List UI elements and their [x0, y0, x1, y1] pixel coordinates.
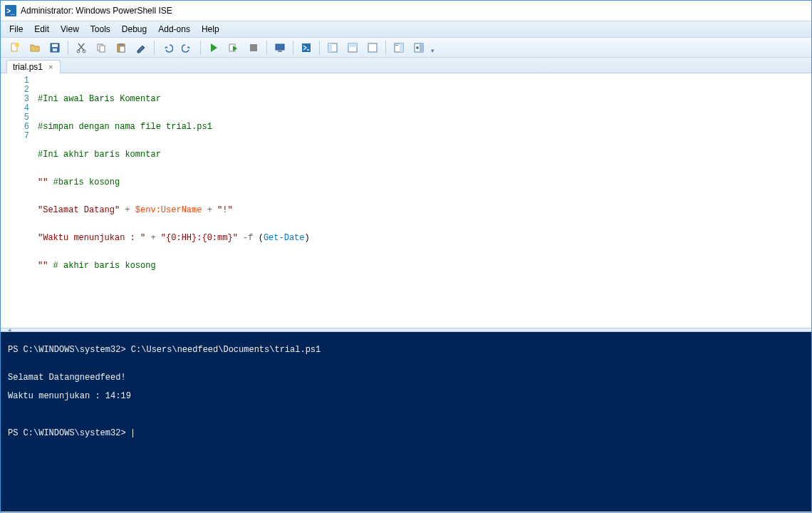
line-number-gutter: 1 2 3 4 5 6 7 [1, 73, 35, 328]
layout-single-button[interactable] [363, 39, 382, 56]
run-selection-icon [228, 42, 239, 53]
paste-button[interactable] [111, 39, 131, 56]
menu-edit[interactable]: Edit [28, 22, 55, 36]
svg-rect-3 [52, 44, 58, 47]
code-token-operator: + [145, 233, 161, 243]
new-file-icon [9, 42, 21, 53]
svg-rect-10 [119, 43, 123, 46]
code-token-operator: -f [238, 233, 259, 243]
cut-icon [76, 42, 87, 53]
toolbar: ▾ [1, 38, 811, 58]
svg-rect-4 [53, 48, 57, 51]
menu-file[interactable]: File [4, 22, 28, 36]
svg-point-1 [15, 43, 19, 47]
svg-rect-20 [348, 43, 357, 47]
stop-button[interactable] [244, 39, 264, 56]
layout-single-icon [367, 42, 378, 53]
new-file-button[interactable] [5, 39, 25, 56]
open-button[interactable] [25, 39, 45, 56]
paste-icon [115, 42, 127, 53]
layout-side-icon [327, 42, 338, 53]
cut-button[interactable] [71, 39, 91, 56]
toolbar-separator [319, 41, 320, 55]
console-pane[interactable]: PS C:\WINDOWS\system32> C:\Users\needfee… [1, 332, 811, 512]
powershell-button[interactable] [296, 39, 316, 56]
code-area[interactable]: #Ini awal Baris Komentar #simpan dengan … [35, 73, 811, 328]
menu-help[interactable]: Help [196, 22, 225, 36]
run-icon [208, 42, 219, 53]
svg-rect-11 [120, 46, 125, 52]
copy-button[interactable] [91, 39, 111, 56]
tab-label: trial.ps1 [13, 62, 43, 72]
code-token-paren: ( [259, 233, 264, 243]
save-button[interactable] [45, 39, 65, 56]
window-title: Administrator: Windows PowerShell ISE [21, 6, 172, 16]
tab-trial[interactable]: trial.ps1 × [6, 60, 61, 73]
line-number: 7 [4, 132, 29, 141]
remote-icon [274, 42, 286, 53]
code-token-cmdlet: Get-Date [264, 233, 305, 243]
menu-addons[interactable]: Add-ons [152, 22, 196, 36]
code-token-comment: #Ini awal Baris Komentar [38, 94, 161, 104]
powershell-app-icon: >_ [5, 5, 16, 16]
powershell-icon [301, 42, 312, 53]
console-line: Selamat Datangneedfeed! [8, 373, 804, 383]
code-token-variable: $env:UserName [135, 205, 202, 215]
code-token-comment: #baris kosong [48, 177, 120, 187]
redo-button[interactable] [177, 39, 197, 56]
code-token-string: "{0:HH}:{0:mm}" [161, 233, 238, 243]
undo-button[interactable] [157, 39, 177, 56]
menu-debug[interactable]: Debug [116, 22, 152, 36]
undo-icon [162, 42, 173, 53]
code-token-string: "Waktu menunjukan : " [38, 233, 145, 243]
menubar: File Edit View Tools Debug Add-ons Help [1, 21, 811, 38]
toolbar-separator [293, 41, 293, 55]
command-addon-icon [413, 42, 425, 53]
svg-rect-15 [278, 51, 282, 52]
svg-rect-14 [276, 44, 284, 50]
code-token-string: "!" [217, 205, 233, 215]
clear-icon [135, 42, 147, 53]
svg-rect-21 [368, 43, 377, 52]
run-button[interactable] [204, 39, 224, 56]
console-line: Waktu menunjukan : 14:19 [8, 392, 804, 401]
toolbar-separator [154, 41, 155, 55]
layout-split-icon [347, 42, 358, 53]
console-prompt-line: PS C:\WINDOWS\system32> [8, 429, 804, 438]
command-pane-icon [393, 42, 405, 53]
svg-point-27 [416, 46, 419, 49]
layout-split-button[interactable] [343, 39, 363, 56]
remote-button[interactable] [270, 39, 290, 56]
toolbar-separator [68, 41, 68, 55]
toolbar-separator [266, 41, 267, 55]
svg-rect-26 [420, 43, 423, 52]
toolbar-overflow-icon[interactable]: ▾ [429, 41, 436, 54]
console-line: PS C:\WINDOWS\system32> C:\Users\needfee… [8, 346, 804, 355]
svg-rect-18 [328, 43, 332, 52]
tabbar: trial.ps1 × [1, 58, 811, 73]
code-token-comment: # akhir baris kosong [48, 261, 155, 271]
svg-rect-23 [400, 43, 403, 52]
code-token-string: "" [38, 177, 48, 187]
redo-icon [182, 42, 193, 53]
svg-rect-13 [250, 44, 257, 51]
console-prompt: PS C:\WINDOWS\system32> [8, 428, 131, 438]
code-token-string: "Selamat Datang" [38, 205, 120, 215]
code-token-paren: ) [305, 233, 310, 243]
command-addon-button[interactable] [409, 39, 429, 56]
close-tab-button[interactable]: × [47, 63, 54, 71]
toolbar-separator [200, 41, 201, 55]
code-token-operator: + [202, 205, 217, 215]
run-selection-button[interactable] [224, 39, 244, 56]
copy-icon [95, 42, 107, 53]
save-icon [49, 42, 61, 53]
svg-rect-8 [100, 46, 105, 52]
menu-view[interactable]: View [55, 22, 85, 36]
command-pane-button[interactable] [389, 39, 409, 56]
script-editor[interactable]: 1 2 3 4 5 6 7 #Ini awal Baris Komentar #… [1, 73, 811, 328]
menu-tools[interactable]: Tools [85, 22, 116, 36]
toolbar-separator [385, 41, 386, 55]
layout-side-button[interactable] [323, 39, 343, 56]
clear-button[interactable] [131, 39, 151, 56]
code-token-comment: #Ini akhir baris komntar [38, 150, 161, 160]
